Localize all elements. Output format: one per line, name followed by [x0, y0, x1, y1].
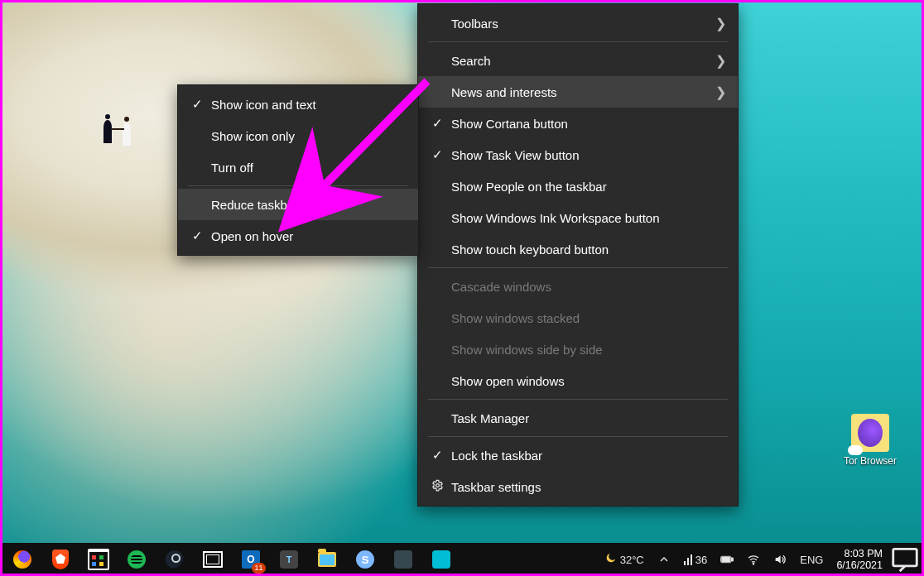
menu-item-label: Show Windows Ink Workspace button — [451, 211, 726, 225]
taskbar-app-generic[interactable] — [194, 543, 232, 576]
taskbar-app-skype[interactable] — [346, 543, 384, 576]
tray-volume[interactable] — [767, 543, 793, 576]
moon-icon — [604, 552, 617, 567]
language-label: ENG — [800, 554, 823, 566]
desktop-icon-label: Tor Browser — [836, 455, 904, 467]
taskbar-app-generic-2[interactable] — [384, 543, 422, 576]
svg-rect-3 — [732, 558, 734, 561]
tray-overflow[interactable] — [651, 543, 677, 576]
desktop-icon-tor-browser[interactable]: Tor Browser — [836, 414, 904, 467]
svg-point-0 — [436, 484, 439, 487]
menu-item-label: Show Cortana button — [451, 117, 726, 131]
battery-icon — [720, 553, 734, 566]
menu-item-label: Show icon and text — [211, 98, 407, 112]
taskbar-app-file-explorer[interactable] — [308, 543, 346, 576]
window-icon — [203, 551, 223, 568]
tray-clock[interactable]: 8:03 PM 6/16/2021 — [830, 548, 889, 572]
menu-item-label: Show windows side by side — [451, 343, 726, 357]
chevron-up-icon — [657, 553, 671, 566]
brave-icon — [52, 550, 69, 569]
spotify-icon — [128, 550, 146, 569]
menu-item-label: Toolbars — [451, 17, 715, 31]
menu-item-label: Search — [451, 54, 715, 68]
menu-item-label: Task Manager — [451, 411, 726, 425]
tray-notifications[interactable] — [889, 543, 921, 576]
menu-item-label: Show icon only — [211, 129, 407, 143]
skype-icon — [356, 550, 374, 569]
clock-date: 6/16/2021 — [836, 559, 883, 571]
menu-item-label: Open on hover — [211, 229, 407, 243]
chevron-right-icon: ❯ — [715, 53, 726, 69]
svg-point-5 — [753, 564, 754, 564]
taskbar: 11 T 32°C 36 ENG — [0, 543, 924, 576]
svg-rect-4 — [722, 558, 730, 562]
taskbar-app-outlook[interactable]: 11 — [232, 543, 270, 576]
menu-item-toolbars[interactable]: Toolbars ❯ — [418, 7, 738, 39]
menu-item-label: Show Task View button — [451, 148, 726, 162]
wifi-icon — [747, 553, 760, 566]
taskbar-context-menu: Toolbars ❯ Search ❯ News and interests ❯… — [417, 3, 739, 506]
menu-item-label: Taskbar settings — [451, 480, 726, 494]
menu-item-cascade: Cascade windows — [418, 271, 738, 302]
app-icon: T — [280, 550, 298, 569]
menu-item-label: Show windows stacked — [451, 311, 726, 325]
bars-icon — [684, 554, 692, 565]
menu-item-show-icon-and-text[interactable]: Show icon and text — [178, 89, 418, 120]
menu-item-lock-taskbar[interactable]: Lock the taskbar — [418, 439, 738, 471]
menu-item-show-icon-only[interactable]: Show icon only — [178, 120, 418, 151]
svg-rect-6 — [893, 549, 917, 566]
menu-item-taskbar-settings[interactable]: Taskbar settings — [418, 471, 738, 502]
taskbar-app-store[interactable] — [79, 543, 118, 576]
menu-item-show-open-windows[interactable]: Show open windows — [418, 365, 738, 396]
steam-icon — [166, 550, 184, 569]
notification-icon — [889, 544, 921, 575]
taskbar-app-spotify[interactable] — [118, 543, 156, 576]
menu-item-turn-off[interactable]: Turn off — [178, 151, 418, 183]
menu-item-open-on-hover[interactable]: Open on hover — [178, 220, 418, 252]
check-icon — [188, 97, 206, 112]
menu-item-side-by-side: Show windows side by side — [418, 334, 738, 365]
firefox-icon — [13, 550, 31, 569]
menu-item-reduce-taskbar-updates[interactable]: Reduce taskbar updates — [178, 189, 418, 220]
tray-wifi[interactable] — [740, 543, 767, 576]
check-icon — [428, 147, 446, 162]
menu-item-label: Show open windows — [451, 374, 726, 388]
menu-item-show-touch-keyboard[interactable]: Show touch keyboard button — [418, 233, 738, 265]
taskbar-app-steam[interactable] — [156, 543, 194, 576]
weather-temp: 32°C — [620, 554, 644, 566]
menu-item-show-cortana[interactable]: Show Cortana button — [418, 108, 738, 139]
menu-item-label: Show People on the taskbar — [451, 180, 726, 194]
menu-item-search[interactable]: Search ❯ — [418, 45, 738, 76]
chevron-right-icon: ❯ — [715, 84, 726, 100]
app-icon — [394, 550, 412, 569]
taskbar-app-generic-3[interactable] — [422, 543, 460, 576]
clock-time: 8:03 PM — [836, 548, 883, 559]
volume-icon — [773, 553, 787, 566]
temperature-sensor[interactable]: 36 — [677, 543, 714, 576]
menu-item-label: News and interests — [451, 85, 715, 99]
tray-language[interactable]: ENG — [793, 543, 830, 576]
menu-item-stacked: Show windows stacked — [418, 302, 738, 334]
weather-widget[interactable]: 32°C — [598, 543, 651, 576]
badge-count: 11 — [252, 563, 266, 574]
menu-item-label: Reduce taskbar updates — [211, 198, 407, 212]
chevron-right-icon: ❯ — [715, 16, 726, 31]
menu-item-news-and-interests[interactable]: News and interests ❯ — [418, 76, 738, 108]
tor-browser-icon — [851, 414, 889, 452]
file-explorer-icon — [318, 552, 336, 567]
taskbar-app-brave[interactable] — [41, 543, 79, 576]
tray-battery[interactable] — [714, 543, 740, 576]
menu-item-task-manager[interactable]: Task Manager — [418, 402, 738, 434]
menu-item-show-task-view[interactable]: Show Task View button — [418, 139, 738, 170]
gear-icon — [428, 479, 446, 494]
menu-item-show-ink-workspace[interactable]: Show Windows Ink Workspace button — [418, 202, 738, 233]
menu-item-label: Show touch keyboard button — [451, 242, 726, 257]
app-icon — [432, 550, 450, 569]
check-icon — [188, 228, 206, 243]
taskbar-app-firefox[interactable] — [3, 543, 41, 576]
taskbar-app-topaz[interactable]: T — [270, 543, 308, 576]
menu-item-show-people[interactable]: Show People on the taskbar — [418, 170, 738, 202]
menu-item-label: Cascade windows — [451, 280, 726, 294]
check-icon — [428, 116, 446, 131]
microsoft-store-icon — [88, 549, 109, 570]
